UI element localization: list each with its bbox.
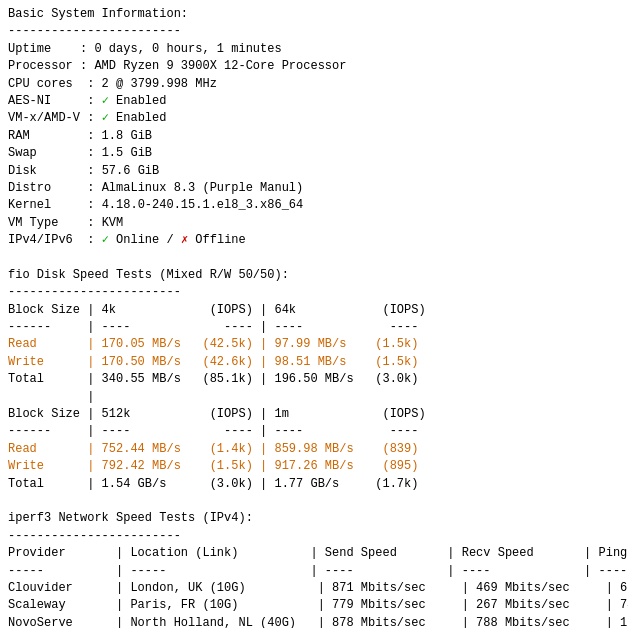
processor-row: Processor : AMD Ryzen 9 3900X 12-Core Pr… <box>8 59 346 73</box>
disk-dash2: ------ | ---- ---- | ---- ---- <box>8 424 418 438</box>
net-dash: ----- | ----- | ---- | ---- | ---- <box>8 564 627 578</box>
disk-header2: Block Size | 512k (IOPS) | 1m (IOPS) <box>8 407 426 421</box>
cpu-key: CPU cores <box>8 77 73 91</box>
disk-write1: Write | 170.50 MB/s (42.6k) | 98.51 MB/s… <box>8 355 418 369</box>
disk-write2: Write | 792.42 MB/s (1.5k) | 917.26 MB/s… <box>8 459 418 473</box>
vmtype-key: VM Type <box>8 216 58 230</box>
cpu-val: : 2 @ 3799.998 MHz <box>87 77 217 91</box>
net-header: Provider | Location (Link) | Send Speed … <box>8 546 627 560</box>
vmtype-row: VM Type : KVM <box>8 216 123 230</box>
net-row: NovoServe | North Holland, NL (40G) | 87… <box>8 616 628 628</box>
ram-val: : 1.8 GiB <box>87 129 152 143</box>
disk-speed-title: fio Disk Speed Tests (Mixed R/W 50/50): <box>8 268 289 282</box>
disk-divider: ------------------------ <box>8 285 181 299</box>
kernel-row: Kernel : 4.18.0-240.15.1.el8_3.x86_64 <box>8 198 303 212</box>
section-title: Basic System Information <box>8 7 181 21</box>
processor-key: Processor <box>8 59 73 73</box>
vmtype-val: : KVM <box>87 216 123 230</box>
net-row: Clouvider | London, UK (10G) | 871 Mbits… <box>8 581 628 595</box>
ipv4-offline: Offline <box>195 233 245 247</box>
aesni-row: AES-NI : ✓ Enabled <box>8 94 166 108</box>
swap-row: Swap : 1.5 GiB <box>8 146 152 160</box>
system-info-section: Basic System Information: --------------… <box>8 6 620 628</box>
ipv4-row: IPv4/IPv6 : ✓ Online / ✗ Offline <box>8 233 246 247</box>
divider1: ------------------------ <box>8 24 181 38</box>
ram-row: RAM : 1.8 GiB <box>8 129 152 143</box>
net-title: iperf3 Network Speed Tests (IPv4): <box>8 511 253 525</box>
vmx-val: Enabled <box>116 111 166 125</box>
disk-read1: Read | 170.05 MB/s (42.5k) | 97.99 MB/s … <box>8 337 418 351</box>
ipv4-online: Online <box>116 233 159 247</box>
kernel-key: Kernel <box>8 198 51 212</box>
distro-row: Distro : AlmaLinux 8.3 (Purple Manul) <box>8 181 303 195</box>
net-row: Scaleway | Paris, FR (10G) | 779 Mbits/s… <box>8 598 628 612</box>
distro-val: : AlmaLinux 8.3 (Purple Manul) <box>87 181 303 195</box>
aesni-val: Enabled <box>116 94 166 108</box>
vmx-row: VM-x/AMD-V : ✓ Enabled <box>8 111 166 125</box>
swap-key: Swap <box>8 146 37 160</box>
ram-key: RAM <box>8 129 30 143</box>
disk-row: Disk : 57.6 GiB <box>8 164 159 178</box>
disk-blank: | <box>8 390 94 404</box>
uptime-val: : 0 days, 0 hours, 1 minutes <box>80 42 282 56</box>
net-rows-container: Clouvider | London, UK (10G) | 871 Mbits… <box>8 581 628 628</box>
disk-val: : 57.6 GiB <box>87 164 159 178</box>
cpu-row: CPU cores : 2 @ 3799.998 MHz <box>8 77 217 91</box>
disk-dash1: ------ | ---- ---- | ---- ---- <box>8 320 418 334</box>
uptime-row: Uptime : 0 days, 0 hours, 1 minutes <box>8 42 282 56</box>
disk-total2: Total | 1.54 GB/s (3.0k) | 1.77 GB/s (1.… <box>8 477 418 491</box>
distro-key: Distro <box>8 181 51 195</box>
swap-val: : 1.5 GiB <box>87 146 152 160</box>
disk-total1: Total | 340.55 MB/s (85.1k) | 196.50 MB/… <box>8 372 418 386</box>
aesni-check: ✓ <box>102 94 109 108</box>
vmx-check: ✓ <box>102 111 109 125</box>
ipv4-cross-icon: ✗ <box>181 233 188 247</box>
disk-key: Disk <box>8 164 37 178</box>
ipv4-check-icon: ✓ <box>102 233 109 247</box>
processor-val: : AMD Ryzen 9 3900X 12-Core Processor <box>80 59 346 73</box>
disk-header1: Block Size | 4k (IOPS) | 64k (IOPS) <box>8 303 426 317</box>
disk-read2: Read | 752.44 MB/s (1.4k) | 859.98 MB/s … <box>8 442 418 456</box>
uptime-key: Uptime <box>8 42 51 56</box>
net-divider: ------------------------ <box>8 529 181 543</box>
kernel-val: : 4.18.0-240.15.1.el8_3.x86_64 <box>87 198 303 212</box>
